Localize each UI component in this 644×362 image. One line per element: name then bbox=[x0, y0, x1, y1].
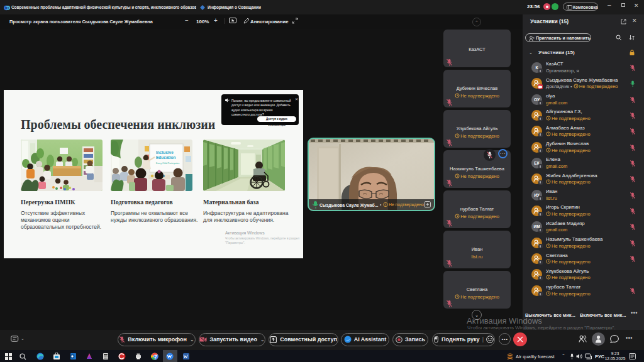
svg-text:Сыздыкова Сауле Жумаб...: Сыздыкова Сауле Жумаб... bbox=[319, 203, 379, 208]
svg-text:Не подтверждено: Не подтверждено bbox=[389, 202, 424, 207]
svg-text:Inclusive: Inclusive bbox=[156, 150, 174, 155]
svg-text:Education: Education bbox=[156, 155, 175, 160]
svg-text:Every Child Participates: Every Child Participates bbox=[156, 162, 179, 165]
